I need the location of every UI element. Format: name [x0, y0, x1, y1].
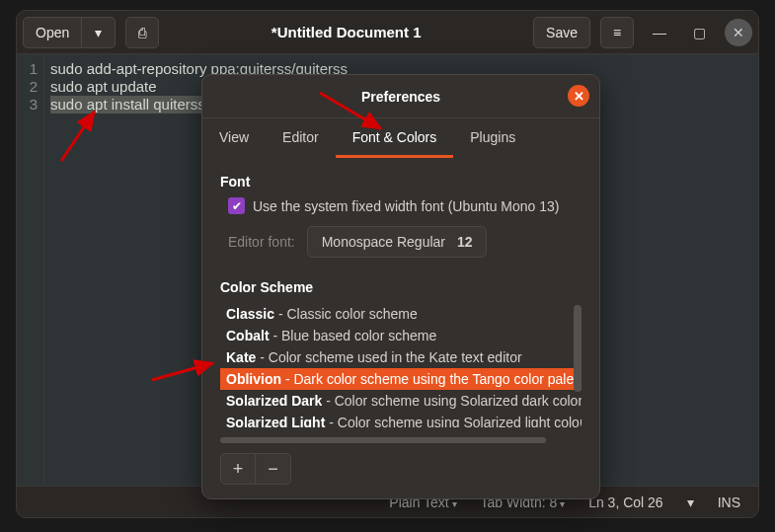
editor-font-button[interactable]: Monospace Regular 12	[307, 226, 488, 258]
save-button[interactable]: Save	[533, 17, 590, 48]
dialog-body: Font ✔ Use the system fixed width font (…	[202, 158, 599, 498]
editor-font-row: Editor font: Monospace Regular 12	[220, 226, 581, 258]
scheme-item[interactable]: Solarized Dark - Color scheme using Sola…	[220, 390, 581, 412]
scheme-item[interactable]: Kate - Color scheme used in the Kate tex…	[220, 346, 581, 368]
use-system-font-checkbox[interactable]: ✔ Use the system fixed width font (Ubunt…	[220, 197, 581, 214]
minimize-icon: —	[653, 25, 666, 40]
remove-scheme-button[interactable]: −	[256, 453, 291, 485]
document-title: *Untitled Document 1	[165, 24, 527, 40]
scheme-item[interactable]: Classic - Classic color scheme	[220, 303, 581, 325]
maximize-button[interactable]: ▢	[685, 19, 713, 46]
minimize-button[interactable]: —	[646, 19, 673, 46]
titlebar: Open ▾ ⎙ *Untitled Document 1 Save ≡ — ▢…	[17, 11, 758, 54]
line-number: 2	[17, 78, 38, 96]
dialog-close-button[interactable]: ✕	[568, 85, 589, 107]
tab-font-colors[interactable]: Font & Colors	[336, 118, 454, 158]
prefs-tabs: View Editor Font & Colors Plugins	[202, 118, 599, 158]
new-tab-button[interactable]: ⎙	[125, 17, 159, 48]
open-button-group: Open ▾	[23, 17, 116, 48]
checkbox-label: Use the system fixed width font (Ubuntu …	[253, 198, 559, 214]
add-scheme-button[interactable]: +	[220, 453, 256, 485]
font-size: 12	[457, 234, 473, 250]
scheme-list-buttons: + −	[220, 453, 581, 485]
scheme-item[interactable]: Cobalt - Blue based color scheme	[220, 325, 581, 346]
cursor-position: Ln 3, Col 26	[588, 494, 663, 510]
hamburger-button[interactable]: ≡	[600, 17, 634, 48]
open-button[interactable]: Open	[23, 17, 82, 48]
close-window-button[interactable]: ✕	[725, 19, 752, 46]
font-name: Monospace Regular	[322, 234, 445, 250]
close-icon: ✕	[733, 25, 744, 40]
scheme-item[interactable]: Solarized Light - Color scheme using Sol…	[220, 412, 581, 427]
plus-icon: +	[233, 459, 244, 480]
minus-icon: −	[268, 459, 278, 480]
status-dropdown-icon[interactable]: ▾	[687, 494, 694, 510]
tab-plugins[interactable]: Plugins	[453, 118, 532, 158]
editor-font-label: Editor font:	[228, 234, 295, 250]
save-label: Save	[546, 25, 578, 40]
preferences-dialog: Preferences ✕ View Editor Font & Colors …	[201, 74, 600, 499]
checkbox-checked-icon: ✔	[228, 197, 245, 214]
line-gutter: 1 2 3	[17, 54, 44, 486]
open-label: Open	[36, 25, 69, 40]
new-tab-icon: ⎙	[138, 25, 146, 40]
h-scrollbar-thumb[interactable]	[220, 437, 546, 443]
chevron-down-icon: ▾	[95, 25, 102, 40]
close-icon: ✕	[574, 89, 584, 104]
tab-view[interactable]: View	[202, 118, 266, 158]
open-dropdown-button[interactable]: ▾	[82, 17, 116, 48]
dialog-titlebar: Preferences ✕	[202, 75, 599, 118]
line-number: 1	[17, 60, 38, 78]
scrollbar-thumb[interactable]	[574, 305, 581, 392]
hamburger-icon: ≡	[613, 25, 621, 40]
font-section-title: Font	[220, 174, 581, 190]
maximize-icon: ▢	[693, 25, 706, 40]
line-number: 3	[17, 96, 38, 114]
scheme-item[interactable]: Oblivion - Dark color scheme using the T…	[220, 368, 581, 390]
tab-editor[interactable]: Editor	[266, 118, 336, 158]
dialog-title: Preferences	[361, 89, 440, 105]
insert-mode[interactable]: INS	[718, 494, 740, 510]
color-scheme-section-title: Color Scheme	[220, 279, 581, 295]
color-scheme-list[interactable]: Classic - Classic color schemeCobalt - B…	[220, 303, 581, 427]
